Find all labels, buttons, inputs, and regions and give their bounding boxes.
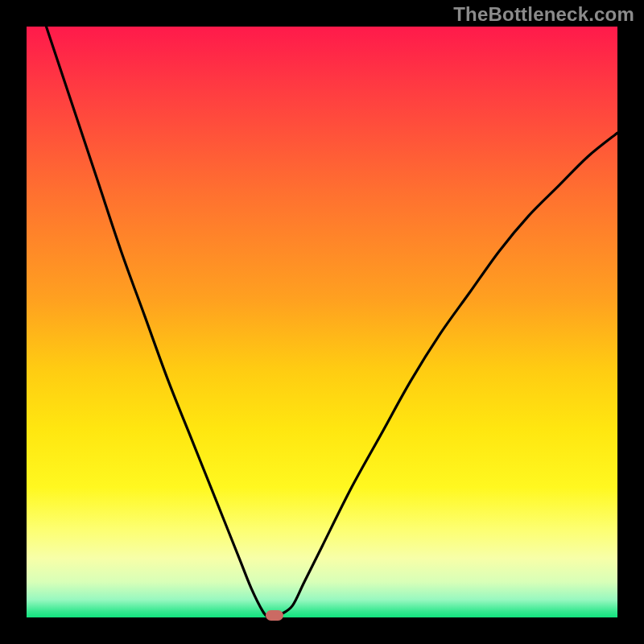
watermark-text: TheBottleneck.com: [453, 3, 634, 26]
bottleneck-curve-path: [27, 27, 617, 617]
chart-frame: TheBottleneck.com: [0, 0, 644, 644]
plot-area: [27, 27, 617, 617]
optimal-marker: [266, 610, 283, 621]
curve-svg: [27, 27, 617, 617]
